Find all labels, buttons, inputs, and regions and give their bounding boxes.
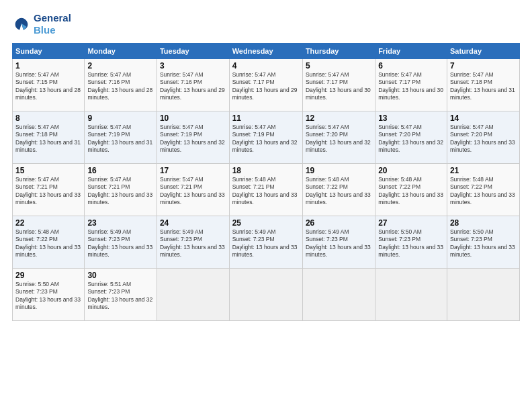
col-sunday: Sunday	[13, 44, 85, 59]
col-thursday: Thursday	[302, 44, 375, 59]
day-info: Sunrise: 5:47 AMSunset: 7:17 PMDaylight:…	[232, 71, 300, 102]
table-cell: 17Sunrise: 5:47 AMSunset: 7:21 PMDayligh…	[157, 164, 229, 216]
table-cell: 25Sunrise: 5:49 AMSunset: 7:23 PMDayligh…	[229, 216, 302, 269]
table-cell	[157, 269, 229, 321]
day-info: Sunrise: 5:50 AMSunset: 7:23 PMDaylight:…	[378, 228, 444, 259]
table-cell: 5Sunrise: 5:47 AMSunset: 7:17 PMDaylight…	[302, 59, 375, 111]
col-monday: Monday	[85, 44, 157, 59]
table-cell: 21Sunrise: 5:48 AMSunset: 7:22 PMDayligh…	[447, 164, 519, 216]
col-friday: Friday	[375, 44, 447, 59]
col-tuesday: Tuesday	[157, 44, 229, 59]
day-info: Sunrise: 5:47 AMSunset: 7:19 PMDaylight:…	[160, 124, 226, 154]
day-info: Sunrise: 5:47 AMSunset: 7:16 PMDaylight:…	[87, 71, 154, 102]
day-info: Sunrise: 5:48 AMSunset: 7:22 PMDaylight:…	[450, 176, 517, 207]
col-saturday: Saturday	[447, 44, 519, 59]
header-row: Sunday Monday Tuesday Wednesday Thursday…	[13, 44, 520, 59]
day-number: 16	[87, 166, 154, 175]
day-info: Sunrise: 5:49 AMSunset: 7:23 PMDaylight:…	[232, 228, 300, 259]
day-number: 28	[450, 218, 517, 228]
day-number: 26	[306, 218, 372, 228]
day-number: 23	[87, 218, 154, 228]
day-info: Sunrise: 5:49 AMSunset: 7:23 PMDaylight:…	[87, 228, 154, 259]
day-number: 2	[87, 61, 154, 71]
day-number: 29	[15, 271, 81, 280]
day-info: Sunrise: 5:50 AMSunset: 7:23 PMDaylight:…	[15, 281, 81, 312]
day-info: Sunrise: 5:47 AMSunset: 7:18 PMDaylight:…	[15, 124, 81, 154]
table-cell: 2Sunrise: 5:47 AMSunset: 7:16 PMDaylight…	[85, 59, 157, 111]
day-info: Sunrise: 5:47 AMSunset: 7:21 PMDaylight:…	[160, 176, 226, 207]
day-info: Sunrise: 5:49 AMSunset: 7:23 PMDaylight:…	[306, 228, 372, 259]
day-number: 20	[378, 166, 444, 175]
day-info: Sunrise: 5:47 AMSunset: 7:21 PMDaylight:…	[87, 176, 154, 207]
day-number: 19	[306, 166, 372, 175]
table-cell: 24Sunrise: 5:49 AMSunset: 7:23 PMDayligh…	[157, 216, 229, 269]
table-cell: 16Sunrise: 5:47 AMSunset: 7:21 PMDayligh…	[85, 164, 157, 216]
day-number: 5	[306, 61, 372, 71]
table-cell	[447, 269, 519, 321]
day-info: Sunrise: 5:47 AMSunset: 7:17 PMDaylight:…	[378, 71, 444, 102]
table-cell: 18Sunrise: 5:48 AMSunset: 7:21 PMDayligh…	[229, 164, 302, 216]
table-cell: 14Sunrise: 5:47 AMSunset: 7:20 PMDayligh…	[447, 111, 519, 164]
day-info: Sunrise: 5:47 AMSunset: 7:19 PMDaylight:…	[87, 124, 154, 154]
day-number: 30	[87, 271, 154, 280]
day-info: Sunrise: 5:47 AMSunset: 7:20 PMDaylight:…	[450, 124, 517, 154]
logo: General Blue	[12, 12, 71, 36]
day-number: 21	[450, 166, 517, 175]
table-cell: 13Sunrise: 5:47 AMSunset: 7:20 PMDayligh…	[375, 111, 447, 164]
table-cell: 19Sunrise: 5:48 AMSunset: 7:22 PMDayligh…	[302, 164, 375, 216]
table-cell: 28Sunrise: 5:50 AMSunset: 7:23 PMDayligh…	[447, 216, 519, 269]
day-number: 3	[160, 61, 226, 71]
day-info: Sunrise: 5:47 AMSunset: 7:15 PMDaylight:…	[15, 71, 81, 102]
table-cell	[229, 269, 302, 321]
day-info: Sunrise: 5:47 AMSunset: 7:18 PMDaylight:…	[450, 71, 517, 102]
day-number: 9	[87, 113, 154, 123]
day-info: Sunrise: 5:47 AMSunset: 7:20 PMDaylight:…	[306, 124, 372, 154]
day-number: 27	[378, 218, 444, 228]
day-info: Sunrise: 5:47 AMSunset: 7:19 PMDaylight:…	[232, 124, 300, 154]
day-number: 11	[232, 113, 300, 123]
page: General Blue Sunday Monday Tuesday Wedne…	[0, 0, 532, 411]
day-number: 17	[160, 166, 226, 175]
table-cell: 30Sunrise: 5:51 AMSunset: 7:23 PMDayligh…	[85, 269, 157, 321]
day-info: Sunrise: 5:48 AMSunset: 7:21 PMDaylight:…	[232, 176, 300, 207]
table-cell: 11Sunrise: 5:47 AMSunset: 7:19 PMDayligh…	[229, 111, 302, 164]
table-cell: 12Sunrise: 5:47 AMSunset: 7:20 PMDayligh…	[302, 111, 375, 164]
day-number: 1	[15, 61, 81, 71]
calendar-table: Sunday Monday Tuesday Wednesday Thursday…	[12, 43, 520, 321]
day-number: 8	[15, 113, 81, 123]
day-number: 7	[450, 61, 517, 71]
table-cell: 27Sunrise: 5:50 AMSunset: 7:23 PMDayligh…	[375, 216, 447, 269]
day-info: Sunrise: 5:48 AMSunset: 7:22 PMDaylight:…	[15, 228, 81, 259]
table-cell: 1Sunrise: 5:47 AMSunset: 7:15 PMDaylight…	[13, 59, 85, 111]
day-number: 22	[15, 218, 81, 228]
day-number: 15	[15, 166, 81, 175]
day-number: 6	[378, 61, 444, 71]
col-wednesday: Wednesday	[229, 44, 302, 59]
day-info: Sunrise: 5:48 AMSunset: 7:22 PMDaylight:…	[378, 176, 444, 207]
table-cell	[302, 269, 375, 321]
header: General Blue	[12, 12, 520, 36]
day-info: Sunrise: 5:47 AMSunset: 7:21 PMDaylight:…	[15, 176, 81, 207]
day-info: Sunrise: 5:49 AMSunset: 7:23 PMDaylight:…	[160, 228, 226, 259]
table-cell: 3Sunrise: 5:47 AMSunset: 7:16 PMDaylight…	[157, 59, 229, 111]
day-info: Sunrise: 5:47 AMSunset: 7:20 PMDaylight:…	[378, 124, 444, 154]
day-info: Sunrise: 5:47 AMSunset: 7:16 PMDaylight:…	[160, 71, 226, 102]
table-cell: 22Sunrise: 5:48 AMSunset: 7:22 PMDayligh…	[13, 216, 85, 269]
day-number: 12	[306, 113, 372, 123]
table-cell: 10Sunrise: 5:47 AMSunset: 7:19 PMDayligh…	[157, 111, 229, 164]
day-number: 10	[160, 113, 226, 123]
table-cell: 9Sunrise: 5:47 AMSunset: 7:19 PMDaylight…	[85, 111, 157, 164]
day-info: Sunrise: 5:51 AMSunset: 7:23 PMDaylight:…	[87, 281, 154, 312]
day-info: Sunrise: 5:50 AMSunset: 7:23 PMDaylight:…	[450, 228, 517, 259]
day-info: Sunrise: 5:48 AMSunset: 7:22 PMDaylight:…	[306, 176, 372, 207]
table-cell: 6Sunrise: 5:47 AMSunset: 7:17 PMDaylight…	[375, 59, 447, 111]
table-cell: 26Sunrise: 5:49 AMSunset: 7:23 PMDayligh…	[302, 216, 375, 269]
day-number: 14	[450, 113, 517, 123]
logo-text: General Blue	[34, 12, 71, 36]
table-cell	[375, 269, 447, 321]
day-info: Sunrise: 5:47 AMSunset: 7:17 PMDaylight:…	[306, 71, 372, 102]
table-cell: 7Sunrise: 5:47 AMSunset: 7:18 PMDaylight…	[447, 59, 519, 111]
day-number: 13	[378, 113, 444, 123]
day-number: 24	[160, 218, 226, 228]
day-number: 4	[232, 61, 300, 71]
